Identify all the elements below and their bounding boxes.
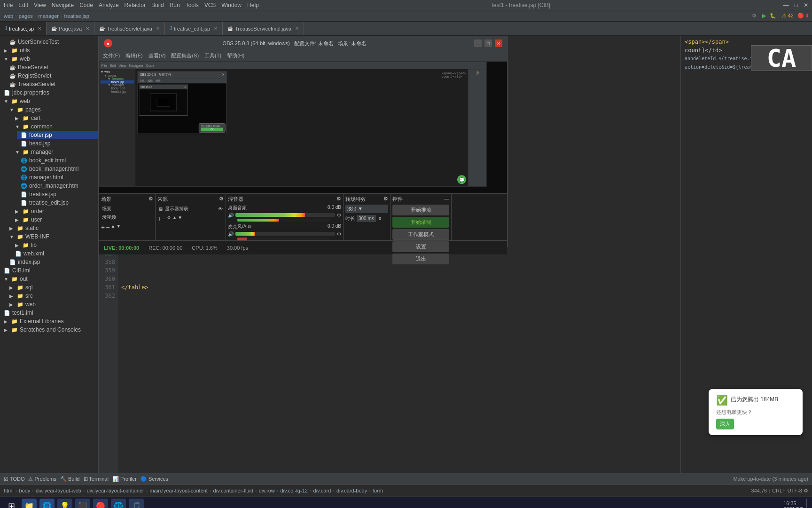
sidebar-item-web3[interactable]: ▶ 📁 web bbox=[6, 300, 98, 309]
tab-treatiseedit[interactable]: J treatise_edit.jsp ✕ bbox=[165, 22, 223, 35]
obs-source-visible-icon[interactable]: 👁 bbox=[218, 206, 223, 212]
sidebar-item-cart[interactable]: ▶ 📁 cart bbox=[11, 114, 98, 122]
sidebar-item-treatiseservlet[interactable]: ☕ TreatiseServlet bbox=[6, 80, 98, 88]
taskbar-obs[interactable]: 🔴 bbox=[93, 499, 108, 508]
bc-div-container[interactable]: div.lyear-layout-container bbox=[87, 488, 144, 493]
sidebar-item-web2[interactable]: ▼ 📁 web bbox=[0, 97, 98, 105]
mic-settings-icon[interactable]: ⚙ bbox=[337, 231, 341, 237]
taskbar-idea[interactable]: 💡 bbox=[57, 499, 72, 508]
mic-slider[interactable]: 🔊 ⚙ bbox=[228, 231, 341, 237]
tab-close-3[interactable]: ✕ bbox=[214, 26, 218, 31]
sidebar-item-utils[interactable]: ▶ 📁 utils bbox=[0, 46, 98, 55]
sidebar-item-baseservlet[interactable]: ☕ BaseServlet bbox=[6, 63, 98, 71]
menu-code[interactable]: Code bbox=[79, 2, 93, 8]
menu-run[interactable]: Run bbox=[170, 2, 180, 8]
source-add[interactable]: + bbox=[157, 215, 161, 222]
sidebar-item-webxml[interactable]: 📄 web.xml bbox=[11, 249, 98, 258]
mute-icon[interactable]: 🔊 bbox=[228, 213, 234, 218]
sidebar-item-cibiml[interactable]: 📄 CIB.iml bbox=[0, 266, 98, 275]
tab-treatiseserviceimpl[interactable]: ☕ TreatiseServiceImpl.java ✕ bbox=[223, 22, 304, 35]
obs-menu-edit[interactable]: 编辑(E) bbox=[125, 52, 143, 59]
scene-up[interactable]: ▲ bbox=[110, 223, 115, 231]
breadcrumb-pages[interactable]: pages bbox=[19, 13, 33, 19]
sidebar-item-scratches[interactable]: ▶ 📁 Scratches and Consoles bbox=[0, 325, 98, 334]
menu-file[interactable]: File bbox=[4, 2, 13, 8]
obs-fade-select[interactable]: 淡出 ▼ bbox=[345, 205, 388, 213]
bc-div-col[interactable]: div.col-lg-12 bbox=[280, 488, 308, 493]
sidebar-item-test1iml[interactable]: 📄 test1.iml bbox=[0, 309, 98, 317]
tab-close-0[interactable]: ✕ bbox=[38, 26, 41, 31]
sidebar-item-src[interactable]: ▶ 📁 src bbox=[6, 292, 98, 300]
terminal-tab[interactable]: ⊞ Terminal bbox=[84, 476, 109, 482]
bc-body[interactable]: body bbox=[19, 488, 30, 493]
source-up[interactable]: ▲ bbox=[172, 215, 177, 222]
menu-bar[interactable]: File Edit View Navigate Code Analyze Ref… bbox=[0, 0, 812, 10]
bc-form[interactable]: form bbox=[373, 488, 383, 493]
sidebar-item-user[interactable]: ▶ 📁 user bbox=[11, 215, 98, 224]
menu-vcs[interactable]: VCS bbox=[204, 2, 216, 8]
notif-action-button[interactable]: 深入 bbox=[716, 419, 734, 429]
menu-window[interactable]: Window bbox=[221, 2, 242, 8]
taskbar-misc[interactable]: 🎵 bbox=[129, 499, 144, 508]
todo-tab[interactable]: ☑ TODO bbox=[4, 476, 24, 482]
sidebar-item-order[interactable]: ▶ 📁 order bbox=[11, 207, 98, 215]
obs-close[interactable]: ✕ bbox=[495, 40, 502, 47]
obs-window[interactable]: ● OBS 25.0.8 (64-bit, windows) - 配置文件: 未… bbox=[99, 36, 508, 247]
sidebar-item-web[interactable]: ▼ 📁 web bbox=[0, 55, 98, 63]
sidebar-item-registservlet[interactable]: ☕ RegistServlet bbox=[6, 71, 98, 80]
obs-scene-item-2[interactable]: 录视频 bbox=[101, 213, 153, 222]
obs-studio-mode-btn[interactable]: 工作室模式 bbox=[392, 229, 449, 240]
taskbar-edge[interactable]: 🌐 bbox=[39, 499, 55, 508]
editor-area[interactable]: 332333334 335336337 338339340 341342343 … bbox=[99, 36, 812, 473]
build-tab[interactable]: 🔨 Build bbox=[60, 476, 80, 482]
profiler-tab[interactable]: 📊 Profiler bbox=[112, 476, 137, 482]
obs-restore[interactable]: □ bbox=[484, 40, 492, 47]
transitions-settings-icon[interactable]: ⚙ bbox=[383, 196, 388, 203]
scene-remove[interactable]: − bbox=[106, 223, 109, 231]
sidebar-item-pages[interactable]: ▼ 📁 pages bbox=[6, 105, 98, 114]
mixer-settings-icon[interactable]: ⚙ bbox=[336, 196, 341, 203]
obs-settings-btn[interactable]: 设置 bbox=[392, 241, 449, 252]
obs-menu-help[interactable]: 帮助(H) bbox=[227, 52, 244, 59]
controls-collapse-icon[interactable]: — bbox=[444, 196, 449, 203]
sidebar-item-treatiseditjsp[interactable]: 📄 treatise_edit.jsp bbox=[17, 198, 98, 207]
toolbar-icon-debug[interactable]: 🐛 bbox=[770, 13, 776, 19]
sources-settings-icon[interactable]: ⚙ bbox=[219, 196, 224, 203]
obs-start-record-btn[interactable]: 开始录制 bbox=[392, 217, 449, 228]
sidebar-item-out[interactable]: ▼ 📁 out bbox=[0, 275, 98, 283]
obs-menu-profile[interactable]: 配置集合(S) bbox=[171, 52, 199, 59]
desktop-settings-icon[interactable]: ⚙ bbox=[337, 213, 341, 218]
toolbar-icon-git[interactable]: ⚙ bbox=[752, 13, 757, 19]
tab-close-2[interactable]: ✕ bbox=[156, 26, 160, 31]
show-desktop[interactable] bbox=[806, 499, 808, 508]
sidebar-item-ordermanager[interactable]: 🌐 order_manager.htm bbox=[17, 182, 98, 190]
breadcrumb-file[interactable]: treatise.jsp bbox=[64, 13, 89, 19]
sidebar-item-manager[interactable]: ▼ 📁 manager bbox=[11, 148, 98, 156]
taskbar-browser[interactable]: 🌐 bbox=[111, 499, 126, 508]
bc-div-card[interactable]: div.card bbox=[313, 488, 331, 493]
scenes-settings-icon[interactable]: ⚙ bbox=[148, 196, 153, 203]
sidebar-item-headjsp[interactable]: 📄 head.jsp bbox=[17, 139, 98, 148]
sidebar-item-userservicetest[interactable]: ☕ UserServiceTest bbox=[6, 38, 98, 46]
obs-exit-btn[interactable]: 退出 bbox=[392, 254, 449, 264]
obs-menu-file[interactable]: 文件(F) bbox=[103, 52, 120, 59]
obs-menu-tools[interactable]: 工具(T) bbox=[204, 52, 221, 59]
mic-mute-icon[interactable]: 🔊 bbox=[228, 231, 234, 237]
menu-navigate[interactable]: Navigate bbox=[52, 2, 74, 8]
obs-minimize[interactable]: — bbox=[474, 40, 482, 47]
bc-main[interactable]: main.lyear-layout-content bbox=[149, 488, 208, 493]
maximize-btn[interactable]: □ bbox=[795, 2, 798, 8]
menu-refactor[interactable]: Refactor bbox=[125, 2, 146, 8]
problems-tab[interactable]: ⚠ Problems bbox=[28, 476, 56, 482]
bc-div-row[interactable]: div.row bbox=[259, 488, 275, 493]
sidebar-item-static[interactable]: ▶ 📁 static bbox=[6, 224, 98, 232]
taskbar-explorer[interactable]: 📁 bbox=[22, 499, 37, 508]
sidebar-item-bookedit[interactable]: 🌐 book_edit.html bbox=[17, 156, 98, 165]
sidebar-item-sql[interactable]: ▶ 📁 sql bbox=[6, 283, 98, 292]
toolbar-icon-run[interactable]: ▶ bbox=[762, 13, 766, 19]
menu-edit[interactable]: Edit bbox=[18, 2, 28, 8]
bc-div-web[interactable]: div.lyear-layout-web bbox=[36, 488, 81, 493]
sidebar-item-common[interactable]: ▼ 📁 common bbox=[11, 122, 98, 131]
obs-start-stream-btn[interactable]: 开始推流 bbox=[392, 205, 449, 215]
sidebar-item-bookmanager[interactable]: 🌐 book_manager.html bbox=[17, 165, 98, 173]
